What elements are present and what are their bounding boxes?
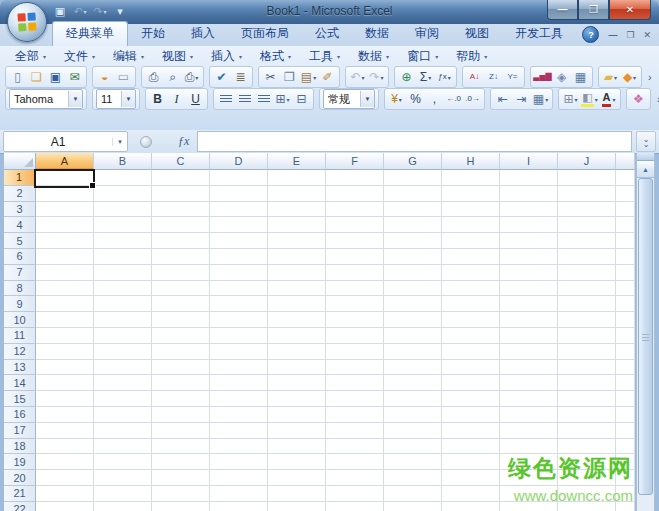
grid-cell-partial[interactable]: [616, 423, 635, 439]
column-header-D[interactable]: D: [210, 153, 268, 170]
grid-cell-A17[interactable]: [36, 423, 94, 439]
send-attachment-button[interactable]: ▭: [114, 68, 133, 86]
name-box[interactable]: A1 ▾: [3, 131, 128, 152]
grid-cell-J5[interactable]: [558, 233, 616, 249]
grid-cell-G11[interactable]: [384, 328, 442, 344]
grid-cell-partial[interactable]: [616, 328, 635, 344]
grid-cell-A7[interactable]: [36, 265, 94, 281]
customize-quick-access-button[interactable]: ▾: [112, 3, 128, 20]
grid-cell-F14[interactable]: [326, 375, 384, 391]
column-header-partial[interactable]: [616, 153, 635, 170]
grid-cell-H21[interactable]: [442, 486, 500, 502]
grid-cell-B8[interactable]: [94, 281, 152, 297]
grid-cell-H17[interactable]: [442, 423, 500, 439]
row-header-15[interactable]: 15: [4, 391, 36, 407]
grid-cell-H7[interactable]: [442, 265, 500, 281]
grid-cell-C12[interactable]: [152, 344, 210, 360]
undo-button[interactable]: ↶▾: [348, 68, 367, 86]
grid-cell-J3[interactable]: [558, 202, 616, 218]
grid-cell-H8[interactable]: [442, 281, 500, 297]
grid-cell-partial[interactable]: [616, 407, 635, 423]
grid-cell-partial[interactable]: [616, 502, 635, 511]
grid-cell-G17[interactable]: [384, 423, 442, 439]
drawing-button[interactable]: ◈: [552, 68, 571, 86]
grid-cell-B1[interactable]: [94, 170, 152, 186]
cut-button[interactable]: ✂: [261, 68, 280, 86]
grid-cell-D18[interactable]: [210, 439, 268, 455]
row-header-22[interactable]: 22: [4, 502, 36, 511]
grid-cell-I19[interactable]: [500, 454, 558, 470]
menu-工具[interactable]: 工具▾: [300, 46, 349, 67]
grid-cell-F10[interactable]: [326, 312, 384, 328]
grid-cell-I2[interactable]: [500, 186, 558, 202]
grid-cell-partial[interactable]: [616, 360, 635, 376]
grid-cell-C11[interactable]: [152, 328, 210, 344]
grid-cell-E11[interactable]: [268, 328, 326, 344]
chevron-down-icon[interactable]: ▼: [360, 91, 374, 107]
grid-cell-I22[interactable]: [500, 502, 558, 511]
grid-cell-D4[interactable]: [210, 217, 268, 233]
chart-options-button[interactable]: ❖: [629, 90, 648, 108]
grid-cell-D13[interactable]: [210, 360, 268, 376]
grid-cell-B14[interactable]: [94, 375, 152, 391]
scrollbar-split-handle[interactable]: [637, 153, 654, 161]
italic-button[interactable]: I: [167, 90, 186, 108]
grid-cell-F17[interactable]: [326, 423, 384, 439]
align-right-button[interactable]: [254, 90, 273, 108]
row-header-4[interactable]: 4: [4, 217, 36, 233]
grid-cell-A12[interactable]: [36, 344, 94, 360]
grid-cell-C21[interactable]: [152, 486, 210, 502]
grid-cell-C13[interactable]: [152, 360, 210, 376]
grid-cell-A3[interactable]: [36, 202, 94, 218]
grid-cell-F3[interactable]: [326, 202, 384, 218]
grid-cell-F20[interactable]: [326, 470, 384, 486]
grid-cell-I12[interactable]: [500, 344, 558, 360]
grid-cell-G16[interactable]: [384, 407, 442, 423]
grid-cell-E3[interactable]: [268, 202, 326, 218]
row-header-2[interactable]: 2: [4, 186, 36, 202]
help-button[interactable]: ?: [582, 26, 599, 43]
grid-cell-I20[interactable]: [500, 470, 558, 486]
row-header-14[interactable]: 14: [4, 375, 36, 391]
grid-cell-A15[interactable]: [36, 391, 94, 407]
grid-cell-I9[interactable]: [500, 296, 558, 312]
row-header-8[interactable]: 8: [4, 281, 36, 297]
grid-cell-J7[interactable]: [558, 265, 616, 281]
undo-button[interactable]: ↶▾: [72, 3, 88, 20]
grid-cell-partial[interactable]: [616, 249, 635, 265]
grid-cell-D15[interactable]: [210, 391, 268, 407]
grid-cell-F2[interactable]: [326, 186, 384, 202]
grid-cell-G14[interactable]: [384, 375, 442, 391]
grid-cell-G5[interactable]: [384, 233, 442, 249]
grid-cell-D5[interactable]: [210, 233, 268, 249]
grid-cell-A10[interactable]: [36, 312, 94, 328]
grid-cell-F4[interactable]: [326, 217, 384, 233]
grid-cell-E6[interactable]: [268, 249, 326, 265]
autofilter-button[interactable]: Y=: [503, 68, 522, 86]
grid-cell-E19[interactable]: [268, 454, 326, 470]
grid-cell-G21[interactable]: [384, 486, 442, 502]
bold-button[interactable]: B: [148, 90, 167, 108]
print-preview-button[interactable]: ⌕: [163, 68, 182, 86]
tab-开发工具[interactable]: 开发工具: [502, 22, 576, 46]
row-header-17[interactable]: 17: [4, 423, 36, 439]
grid-cell-J6[interactable]: [558, 249, 616, 265]
column-header-C[interactable]: C: [152, 153, 210, 170]
close-button[interactable]: ✕: [609, 0, 651, 20]
increase-indent-button[interactable]: ⇥: [512, 90, 531, 108]
grid-cell-I15[interactable]: [500, 391, 558, 407]
grid-cell-F11[interactable]: [326, 328, 384, 344]
insert-hyperlink-button[interactable]: ⊕: [397, 68, 416, 86]
chevron-down-icon[interactable]: ▼: [121, 91, 135, 107]
grid-cell-G1[interactable]: [384, 170, 442, 186]
grid-cell-partial[interactable]: [616, 439, 635, 455]
grid-cell-F5[interactable]: [326, 233, 384, 249]
grid-cell-C4[interactable]: [152, 217, 210, 233]
grid-cell-D8[interactable]: [210, 281, 268, 297]
grid-cell-partial[interactable]: [616, 375, 635, 391]
spelling-button[interactable]: ✔: [212, 68, 231, 86]
tab-数据[interactable]: 数据: [352, 22, 402, 46]
grid-cell-partial[interactable]: [616, 217, 635, 233]
grid-cell-C3[interactable]: [152, 202, 210, 218]
font-name-combo[interactable]: Tahoma▼: [9, 89, 83, 109]
